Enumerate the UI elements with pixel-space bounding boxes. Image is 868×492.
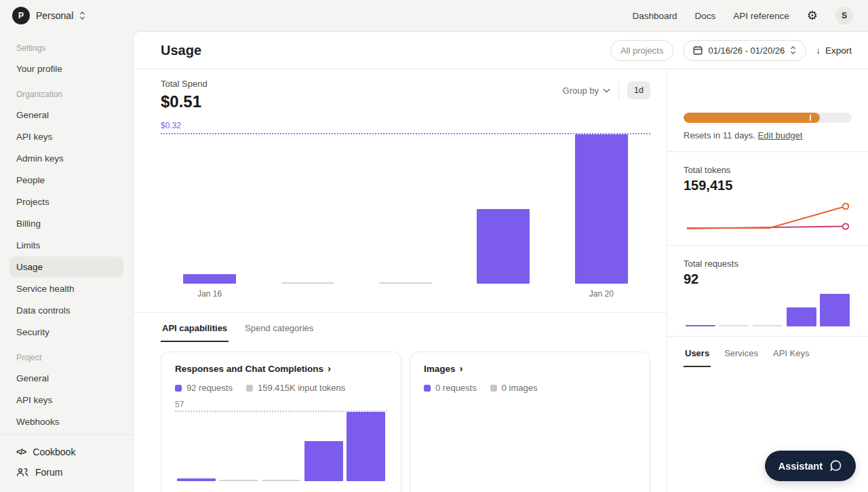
legend-label: 92 requests [186,383,233,393]
bar-slot [751,294,785,326]
budget-threshold-tick [810,115,811,121]
calendar-icon [693,45,703,55]
bar-slot [717,294,751,326]
bar-slot [161,134,258,284]
sidebar-item-webhooks[interactable]: Webhooks [9,411,123,432]
export-button[interactable]: ↓ Export [816,45,852,56]
tab-api-keys[interactable]: API Keys [772,339,810,367]
tab-api-capabilities[interactable]: API capabilities [161,314,229,342]
legend-label: 0 requests [435,383,477,393]
people-icon [16,468,28,477]
breakdown-tabs: UsersServicesAPI Keys [667,338,868,367]
nav-link-docs[interactable]: Docs [695,11,716,21]
sidebar-item-api-keys[interactable]: API keys [9,390,123,411]
bar-slot [302,412,345,481]
legend-item: 0 requests [424,383,477,393]
sidebar-item-api-keys[interactable]: API keys [9,126,123,147]
legend-swatch-gray [246,385,253,392]
card-title-text: Images [424,364,456,374]
bar [281,282,334,284]
user-avatar[interactable]: S [835,7,853,24]
sidebar-item-admin-keys[interactable]: Admin keys [9,148,123,169]
chevron-updown-icon [790,45,796,55]
legend-item: 92 requests [175,383,233,393]
bar [787,307,816,326]
nav-link-api-reference[interactable]: API reference [733,11,789,21]
card-title-link[interactable]: Responses and Chat Completions› [175,364,387,374]
sidebar-footer-cookbook[interactable]: </>Cookbook [9,442,123,462]
sidebar-item-data-controls[interactable]: Data controls [9,300,123,321]
card-legend: 0 requests0 images [424,383,636,393]
sidebar-item-service-health[interactable]: Service health [9,278,123,299]
sidebar-item-usage[interactable]: Usage [9,257,123,278]
capability-card-images: Images›0 requests0 images [410,352,650,492]
bar [719,325,749,326]
tab-users[interactable]: Users [684,339,711,367]
group-by-label: Group by [563,86,599,96]
sidebar-footer: </>CookbookForum [0,434,133,492]
chat-bubble-icon [829,459,842,472]
bar-slot [260,412,302,481]
sidebar-item-people[interactable]: People [9,170,123,191]
gear-icon[interactable]: ⚙ [807,10,818,22]
edit-budget-link[interactable]: Edit budget [758,130,803,140]
chevron-updown-icon [79,11,85,20]
total-spend-value: $0.51 [161,92,208,111]
budget-progress-bar [684,113,852,123]
bar [304,441,343,481]
capability-cards: Responses and Chat Completions›92 reques… [161,352,650,492]
sidebar-item-security[interactable]: Security [9,322,123,343]
panel-body: Total Spend $0.51 Group by 1d $0. [134,69,868,492]
budget-block: Resets in 11 days. Edit budget [667,69,868,152]
x-axis-label: Jan 20 [553,289,650,299]
threshold-label: 57 [175,400,387,409]
sidebar-footer-label: Cookbook [33,447,75,457]
sidebar-footer-forum[interactable]: Forum [9,462,123,482]
bar-slot [357,134,454,284]
sidebar-section-header: Project [9,343,123,368]
legend-label: 0 images [502,383,538,393]
export-label: Export [825,45,852,56]
header-controls: All projects 01/16/26 - 01/20/26 ↓ Expor… [610,40,852,61]
project-filter-button[interactable]: All projects [610,40,674,61]
capability-card-responses: Responses and Chat Completions›92 reques… [161,352,401,492]
date-range-picker[interactable]: 01/16/26 - 01/20/26 [683,40,806,61]
chevron-right-icon: › [328,363,331,373]
app-root: P Personal DashboardDocsAPI reference ⚙ … [0,0,868,492]
bar [753,325,783,326]
card-title-text: Responses and Chat Completions [175,364,323,374]
bar-slot [258,134,356,284]
total-requests-label: Total requests [684,259,852,269]
sidebar-item-general[interactable]: General [9,368,123,389]
tab-services[interactable]: Services [723,339,760,367]
sidebar-item-your-profile[interactable]: Your profile [9,58,123,79]
shell: SettingsYour profileOrganizationGeneralA… [0,31,868,492]
sidebar-item-projects[interactable]: Projects [9,191,123,212]
spend-bar-chart: Jan 16Jan 20 [161,133,650,299]
bar-slot [818,294,852,326]
interval-1d-button[interactable]: 1d [627,81,650,99]
divider [134,312,667,313]
total-tokens-value: 159,415 [684,178,852,193]
total-requests-card: Total requests 92 [667,246,868,337]
sidebar-item-limits[interactable]: Limits [9,235,123,256]
sidebar-item-general[interactable]: General [9,105,123,126]
tab-spend-categories[interactable]: Spend categories [243,314,315,342]
total-requests-value: 92 [684,271,852,287]
project-filter-label: All projects [620,45,664,56]
workspace-avatar: P [12,7,30,24]
group-by-dropdown[interactable]: Group by [563,86,610,96]
assistant-button[interactable]: Assistant [765,451,856,481]
legend-swatch-gray [490,385,497,392]
x-axis-label [357,289,454,299]
bar [686,325,715,326]
x-axis-label [454,289,552,299]
nav-link-dashboard[interactable]: Dashboard [633,11,677,21]
spend-x-axis-labels: Jan 16Jan 20 [161,289,650,299]
card-title-link[interactable]: Images› [424,364,636,374]
total-spend-label: Total Spend [161,79,208,89]
sidebar-item-billing[interactable]: Billing [9,213,123,234]
capability-tabs: API capabilitiesSpend categories [161,314,650,342]
requests-mini-bar-chart [684,294,852,326]
workspace-switcher[interactable]: P Personal [12,7,85,24]
